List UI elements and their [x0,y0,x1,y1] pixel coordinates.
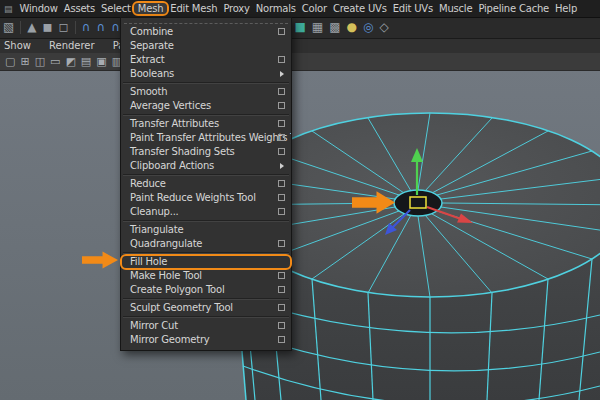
film-gate-icon[interactable]: ◫ [34,55,46,68]
scene-cube-icon[interactable]: ▧ [0,17,17,38]
menu-item-average-vertices[interactable]: Average Vertices [121,99,291,113]
resolution-gate-icon[interactable]: ▭ [49,55,61,68]
menu-item-separate[interactable]: Separate [121,39,291,53]
help-line-icon[interactable]: ◇ [376,17,391,38]
menu-item-extract[interactable]: Extract [121,53,291,67]
menu-normals[interactable]: Normals [253,3,299,14]
tearoff-handle[interactable] [124,18,288,24]
menu-item-quadrangulate[interactable]: Quadrangulate [121,237,291,251]
toolbar-separator [20,21,21,34]
option-box-icon[interactable] [278,180,285,187]
menu-item-clipboard-actions[interactable]: Clipboard Actions [121,159,291,173]
menu-item-combine[interactable]: Combine [121,25,291,39]
safe-action-icon[interactable]: ▣ [95,55,107,68]
menu-edit-uvs[interactable]: Edit UVs [390,3,436,14]
menu-item-mirror-geometry[interactable]: Mirror Geometry [121,333,291,347]
option-box-icon[interactable] [278,134,285,141]
option-box-icon[interactable] [278,88,285,95]
menu-item-smooth[interactable]: Smooth [121,85,291,99]
menu-item-sculpt-geometry-tool[interactable]: Sculpt Geometry Tool [121,301,291,315]
menu-proxy[interactable]: Proxy [220,3,252,14]
panel-menu-renderer[interactable]: Renderer [49,40,95,51]
select-camera-icon[interactable]: ▢ [4,55,16,68]
grid-toggle-icon[interactable]: ⊞ [19,55,30,68]
menu-help[interactable]: Help [552,3,580,14]
menu-item-fill-hole[interactable]: Fill Hole [121,255,291,269]
menu-item-make-hole-tool[interactable]: Make Hole Tool [121,269,291,283]
option-box-icon[interactable] [278,240,285,247]
menu-item-triangulate[interactable]: Triangulate [121,223,291,237]
menu-item-transfer-attributes[interactable]: Transfer Attributes [121,117,291,131]
panel-menu-show[interactable]: Show [4,40,31,51]
menu-pipeline-cache[interactable]: Pipeline Cache [475,3,552,14]
gate-mask-icon[interactable]: ◩ [64,55,76,68]
viewport-canvas[interactable] [0,70,600,400]
menu-item-paint-reduce-weights-tool[interactable]: Paint Reduce Weights Tool [121,191,291,205]
texture-view-icon[interactable]: ▦ [309,17,326,38]
menu-item-mirror-cut[interactable]: Mirror Cut [121,319,291,333]
toolbar-separator [75,21,76,34]
snap-to-curve-icon[interactable]: ∩ [93,17,108,38]
menu-window[interactable]: Window [17,3,61,14]
option-box-icon[interactable] [278,148,285,155]
menu-muscle[interactable]: Muscle [436,3,475,14]
menu-item-reduce[interactable]: Reduce [121,177,291,191]
option-box-icon[interactable] [278,322,285,329]
snap-to-grid-icon[interactable]: ∩ [79,17,94,38]
maya-window: ▤ Window Assets Select Mesh Edit Mesh Pr… [0,0,600,400]
submenu-arrow-icon [280,163,284,169]
status-line-toolbar: ▧ ▲ ◼ ◻ ∩ ∩ ∩ ∩ ◉ ⊞ ⊟ × ◧ ◨ ◩ ≡ ■ ▦ ▩ ● … [0,17,600,39]
select-by-hierarchy-icon[interactable]: ▲ [24,17,39,38]
menu-mesh[interactable]: Mesh [134,3,168,14]
main-menubar: ▤ Window Assets Select Mesh Edit Mesh Pr… [0,0,600,18]
option-box-icon[interactable] [278,286,285,293]
panel-toolbar: ▢ ⊞ ◫ ▭ ◩ ▤ ▣ ▥ ◐ ▨ [0,53,600,71]
select-by-object-icon[interactable]: ◼ [40,17,56,38]
paint-effects-icon[interactable]: ■ [291,17,308,38]
menu-item-booleans[interactable]: Booleans [121,67,291,81]
select-by-component-icon[interactable]: ◻ [56,17,72,38]
menu-item-create-polygon-tool[interactable]: Create Polygon Tool [121,283,291,297]
option-box-icon[interactable] [278,102,285,109]
field-chart-icon[interactable]: ▤ [80,55,92,68]
menu-item-cleanup[interactable]: Cleanup... [121,205,291,219]
menu-color[interactable]: Color [299,3,330,14]
camera-icon[interactable]: ◎ [360,17,376,38]
submenu-arrow-icon [280,71,284,77]
menu-select[interactable]: Select [98,3,134,14]
viewport[interactable] [0,70,600,400]
menu-create-uvs[interactable]: Create UVs [330,3,390,14]
menubar-icon: ▤ [0,4,17,14]
option-box-icon[interactable] [278,208,285,215]
panel-menubar: Show Renderer Panels [0,38,600,54]
option-box-icon[interactable] [278,272,285,279]
menu-item-paint-transfer-attributes-weights-tool[interactable]: Paint Transfer Attributes Weights Tool [121,131,291,145]
option-box-icon[interactable] [278,336,285,343]
mesh-dropdown-menu: Combine Separate Extract Booleans Smooth… [120,17,292,351]
menu-item-transfer-shading-sets[interactable]: Transfer Shading Sets [121,145,291,159]
menu-edit-mesh[interactable]: Edit Mesh [167,3,220,14]
option-box-icon[interactable] [278,194,285,201]
option-box-icon[interactable] [278,120,285,127]
option-box-icon[interactable] [278,304,285,311]
light-icon[interactable]: ● [344,17,360,38]
option-box-icon[interactable] [278,28,285,35]
hypershade-icon[interactable]: ▩ [326,17,343,38]
menu-assets[interactable]: Assets [61,3,98,14]
option-box-icon[interactable] [278,56,285,63]
